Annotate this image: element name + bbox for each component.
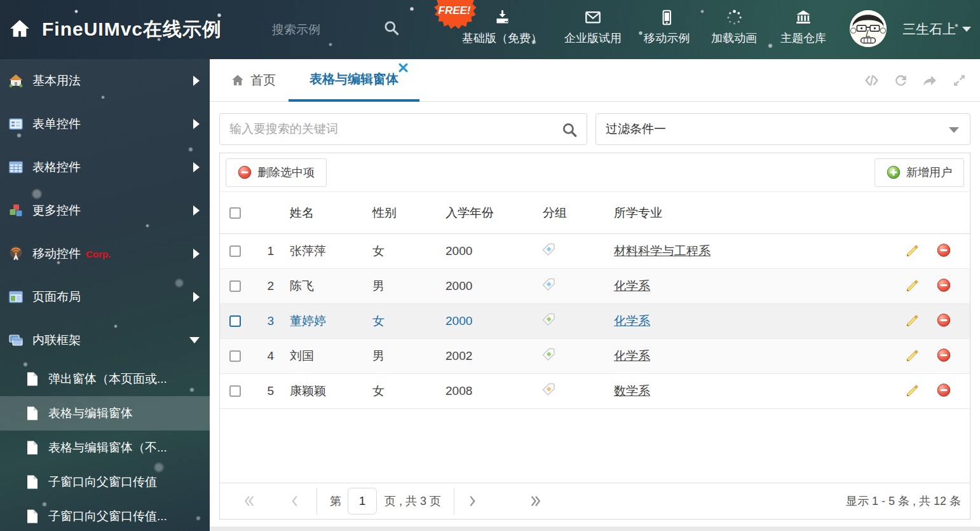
- main-content: 首页 表格与编辑窗体 过滤条: [210, 59, 980, 531]
- user-menu[interactable]: 三生石上: [902, 20, 971, 38]
- avatar[interactable]: [850, 10, 887, 47]
- cubes-icon: [8, 203, 24, 218]
- row-checkbox[interactable]: [229, 350, 241, 362]
- prev-page-icon[interactable]: [290, 494, 299, 508]
- major-link[interactable]: 化学系: [614, 279, 650, 293]
- cell-name: 董婷婷: [290, 313, 326, 329]
- pencil-icon: [905, 348, 918, 362]
- edit-row-button[interactable]: [905, 348, 918, 364]
- caret-down-icon: [949, 127, 959, 133]
- expand-icon[interactable]: [951, 72, 967, 88]
- pencil-icon: [905, 279, 918, 292]
- filter-dropdown[interactable]: 过滤条件一: [595, 113, 970, 145]
- sidebar-item-page-layout[interactable]: 页面布局: [0, 275, 210, 319]
- minus-circle-icon: [937, 244, 951, 258]
- sidebar-item-more-controls[interactable]: 更多控件: [0, 189, 210, 232]
- page-number-input[interactable]: [348, 488, 377, 514]
- page-icon: [25, 371, 39, 387]
- header-action-basic[interactable]: 基础版（免费）: [454, 9, 550, 46]
- row-checkbox[interactable]: [229, 280, 241, 292]
- edit-row-button[interactable]: [905, 314, 918, 329]
- caret-down-icon: [962, 27, 971, 32]
- delete-selected-button[interactable]: 删除选中项: [226, 158, 327, 187]
- page-icon: [25, 474, 39, 490]
- tab-bar: 首页 表格与编辑窗体: [210, 59, 980, 102]
- tag-icon[interactable]: [541, 313, 555, 330]
- home-icon: [231, 73, 245, 87]
- chevron-right-icon: [193, 292, 200, 302]
- divider: [316, 488, 317, 514]
- major-link[interactable]: 材料科学与工程系: [614, 244, 711, 258]
- sidebar-subitem-grid-edit-window[interactable]: 表格与编辑窗体: [0, 396, 210, 431]
- close-icon[interactable]: [398, 63, 408, 72]
- cell-gender: 女: [372, 383, 385, 399]
- header-action-themes[interactable]: 主题仓库: [756, 9, 851, 46]
- form-icon: [8, 116, 24, 132]
- search-icon[interactable]: [383, 19, 400, 36]
- share-icon[interactable]: [922, 72, 938, 88]
- minus-circle-icon: [937, 314, 951, 328]
- delete-row-button[interactable]: [937, 348, 951, 364]
- last-page-icon[interactable]: [530, 494, 541, 508]
- sidebar-item-mobile-controls[interactable]: 移动控件 Corp.: [0, 232, 210, 275]
- sidebar-item-basic-usage[interactable]: 基本用法: [0, 59, 210, 102]
- row-checkbox[interactable]: [229, 385, 241, 397]
- refresh-icon[interactable]: [893, 72, 909, 88]
- edit-row-button[interactable]: [905, 244, 918, 259]
- table-row[interactable]: 3 董婷婷 女 2000 化学系: [220, 304, 970, 339]
- edit-row-button[interactable]: [905, 383, 918, 399]
- major-link[interactable]: 数学系: [614, 384, 650, 397]
- row-checkbox[interactable]: [229, 315, 241, 327]
- row-checkbox[interactable]: [229, 245, 241, 257]
- search-icon[interactable]: [561, 121, 578, 141]
- delete-row-button[interactable]: [937, 383, 951, 399]
- header-search-input[interactable]: [272, 19, 377, 41]
- spinner-icon: [726, 9, 743, 26]
- tag-icon[interactable]: [541, 278, 555, 295]
- delete-row-button[interactable]: [937, 244, 951, 259]
- delete-row-button[interactable]: [937, 279, 951, 294]
- tag-icon[interactable]: [541, 348, 555, 365]
- table-row[interactable]: 1 张萍萍 女 2000 材料科学与工程系: [220, 234, 970, 269]
- tab-home[interactable]: 首页: [231, 59, 276, 101]
- download-icon: [494, 9, 511, 26]
- code-icon[interactable]: [864, 72, 880, 88]
- page-icon: [25, 406, 39, 421]
- chevron-right-icon: [193, 205, 200, 216]
- keyword-search-input[interactable]: [220, 114, 587, 144]
- delete-row-button[interactable]: [937, 314, 951, 329]
- cell-year: 2008: [446, 384, 472, 398]
- table-row[interactable]: 4 刘国 男 2002 化学系: [220, 339, 970, 374]
- tag-icon[interactable]: [541, 383, 555, 400]
- cell-gender: 女: [372, 313, 385, 329]
- first-page-icon[interactable]: [243, 494, 255, 508]
- major-link[interactable]: 化学系: [614, 314, 650, 328]
- select-all-checkbox[interactable]: [229, 207, 241, 219]
- tab-grid-edit-window[interactable]: 表格与编辑窗体: [289, 59, 419, 102]
- cell-gender: 男: [372, 348, 385, 364]
- corp-badge: Corp.: [86, 249, 111, 259]
- header-action-label: 基础版（免费）: [462, 31, 542, 46]
- next-page-icon[interactable]: [468, 494, 477, 508]
- sidebar-item-grid-controls[interactable]: 表格控件: [0, 146, 210, 189]
- pencil-icon: [905, 244, 918, 257]
- sidebar-subitem-child-to-parent-2[interactable]: 子窗口向父窗口传值...: [0, 499, 210, 531]
- frames-icon: [8, 333, 24, 348]
- bank-icon: [794, 9, 812, 26]
- add-user-button[interactable]: 新增用户: [875, 158, 964, 187]
- sidebar-subitem-popup-window[interactable]: 弹出窗体（本页面或...: [0, 362, 210, 396]
- major-link[interactable]: 化学系: [614, 349, 650, 362]
- sidebar-item-form-controls[interactable]: 表单控件: [0, 102, 210, 146]
- table-row[interactable]: 5 康颖颖 女 2008 数学系: [220, 374, 970, 409]
- sidebar-item-iframe[interactable]: 内联框架: [0, 319, 210, 362]
- header-action-label: 移动示例: [644, 31, 690, 46]
- sidebar-subitem-grid-edit-window-2[interactable]: 表格与编辑窗体（不...: [0, 431, 210, 465]
- sidebar-subitem-child-to-parent[interactable]: 子窗口向父窗口传值: [0, 465, 210, 499]
- beacon-icon: [8, 246, 24, 261]
- edit-row-button[interactable]: [905, 279, 918, 294]
- home-icon[interactable]: [9, 18, 31, 39]
- minus-circle-icon: [937, 279, 951, 293]
- table-row[interactable]: 2 陈飞 男 2000 化学系: [220, 269, 970, 304]
- tag-icon[interactable]: [541, 243, 555, 260]
- minus-circle-icon: [238, 165, 252, 179]
